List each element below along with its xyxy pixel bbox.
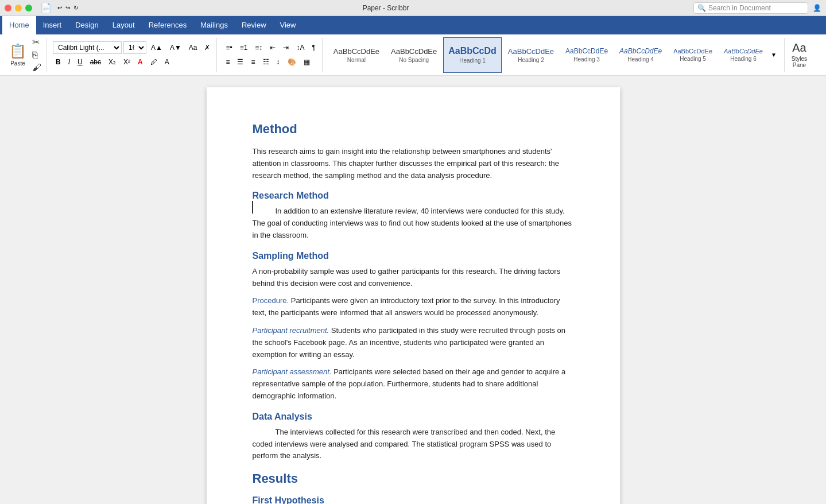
bullets-button[interactable]: ≡•: [223, 41, 235, 54]
maximize-button[interactable]: [25, 5, 32, 11]
first-hypothesis-heading: First Hypothesis: [253, 495, 574, 504]
style-normal[interactable]: AaBbCcDdEe Normal: [328, 37, 385, 73]
shading-button[interactable]: 🎨: [285, 56, 299, 68]
data-analysis-heading: Data Analysis: [253, 412, 574, 422]
sampling-method-section: Sampling Method A non-probability sample…: [253, 251, 574, 402]
undo-icon[interactable]: ↩: [57, 5, 62, 11]
minimize-button[interactable]: [15, 5, 22, 11]
cut-icon[interactable]: ✂: [30, 36, 43, 48]
tab-references[interactable]: References: [142, 16, 193, 34]
align-right-button[interactable]: ≡: [248, 56, 258, 68]
font-size-select[interactable]: 16: [123, 41, 146, 54]
increase-indent-button[interactable]: ⇥: [280, 41, 292, 54]
paragraph-section: ≡• ≡1 ≡↕ ⇤ ⇥ ↕A ¶ ≡ ☰ ≡ ☷ ↕ 🎨 ▦: [219, 38, 322, 72]
highlight-button[interactable]: 🖊: [148, 56, 160, 68]
sampling-method-body: A non-probability sample was used to gat…: [253, 266, 574, 290]
font-color2-button[interactable]: A: [162, 56, 172, 68]
search-bar[interactable]: 🔍 Search in Document: [693, 2, 808, 14]
font-section: Calibri Light (... 16 A▲ A▼ Aa ✗ B I U a…: [49, 38, 217, 72]
style-heading2[interactable]: AaBbCcDdEe Heading 2: [503, 37, 559, 73]
results-section: Results First Hypothesis The first hypot…: [253, 471, 574, 504]
assessment-label: Participant assessment.: [253, 367, 332, 376]
window-title: Paper - Scribbr: [78, 4, 693, 12]
user-icon[interactable]: 👤: [813, 4, 821, 12]
paste-icon: 📋: [9, 43, 26, 59]
tab-view[interactable]: View: [273, 16, 303, 34]
research-method-section: Research Method In addition to an extens…: [253, 191, 574, 241]
line-spacing-button[interactable]: ↕: [274, 56, 283, 68]
numbering-button[interactable]: ≡1: [237, 41, 251, 54]
title-bar: 📄 ↩ ↪ ↻ Paper - Scribbr 🔍 Search in Docu…: [0, 0, 826, 16]
styles-pane-icon: Aa: [792, 41, 806, 55]
recruitment-paragraph: Participant recruitment. Students who pa…: [253, 325, 574, 360]
data-analysis-body: The interviews collected for this resear…: [253, 427, 574, 462]
toolbar: 📋 Paste ✂ ⎘ 🖌 Calibri Light (... 16 A▲ A…: [0, 34, 826, 76]
subscript-button[interactable]: X₂: [106, 56, 119, 68]
underline-button[interactable]: U: [75, 56, 86, 68]
doc-icon: 📄: [40, 2, 52, 13]
tab-mailings[interactable]: Mailings: [193, 16, 235, 34]
styles-pane-button[interactable]: Aa Styles Pane: [789, 39, 809, 71]
autosave-icon[interactable]: ↻: [73, 5, 78, 11]
procedure-body: Participants were given an introductory …: [253, 296, 560, 317]
sampling-method-heading: Sampling Method: [253, 251, 574, 261]
justify-button[interactable]: ☷: [260, 56, 272, 68]
bold-button[interactable]: B: [53, 56, 64, 68]
research-method-body: In addition to an extensive literature r…: [253, 206, 574, 241]
assessment-paragraph: Participant assessment. Participants wer…: [253, 366, 574, 402]
ribbon-tabs: Home Insert Design Layout References Mai…: [0, 16, 826, 34]
style-heading4[interactable]: AaBbCcDdEe Heading 4: [614, 37, 667, 73]
paste-button[interactable]: 📋 Paste: [7, 41, 29, 69]
change-case-button[interactable]: Aa: [186, 41, 200, 54]
method-section: Method This research aims to gain insigh…: [253, 122, 574, 181]
procedure-paragraph: Procedure. Participants were given an in…: [253, 295, 574, 319]
style-heading6[interactable]: AaBbCcDdEe Heading 6: [719, 37, 768, 73]
method-heading: Method: [253, 122, 574, 137]
document-area[interactable]: Method This research aims to gain insigh…: [0, 76, 826, 504]
title-bar-right: 🔍 Search in Document 👤: [693, 2, 821, 14]
style-heading5[interactable]: AaBbCcDdEe Heading 5: [668, 37, 718, 73]
shrink-font-button[interactable]: A▼: [167, 41, 184, 54]
tab-design[interactable]: Design: [68, 16, 105, 34]
font-color-button[interactable]: A: [135, 56, 146, 68]
close-button[interactable]: [5, 5, 11, 11]
window-controls: 📄 ↩ ↪ ↻: [5, 2, 78, 13]
tab-home[interactable]: Home: [2, 16, 36, 34]
procedure-label: Procedure.: [253, 296, 289, 305]
clipboard-section: 📋 Paste ✂ ⎘ 🖌: [3, 38, 47, 72]
strikethrough-button[interactable]: abc: [87, 56, 104, 68]
format-painter-icon[interactable]: 🖌: [30, 62, 43, 73]
styles-pane-section: Aa Styles Pane: [784, 38, 813, 72]
align-center-button[interactable]: ☰: [234, 56, 246, 68]
borders-button[interactable]: ▦: [301, 56, 313, 68]
tab-review[interactable]: Review: [235, 16, 273, 34]
clipboard-sub: ✂ ⎘ 🖌: [30, 36, 43, 73]
styles-gallery: AaBbCcDdEe Normal AaBbCcDdEe No Spacing …: [325, 38, 782, 72]
copy-icon[interactable]: ⎘: [30, 49, 43, 61]
superscript-button[interactable]: X²: [121, 56, 133, 68]
grow-font-button[interactable]: A▲: [148, 41, 165, 54]
data-analysis-section: Data Analysis The interviews collected f…: [253, 412, 574, 462]
styles-more-button[interactable]: ▼: [769, 49, 778, 61]
multilevel-list-button[interactable]: ≡↕: [252, 41, 265, 54]
tab-layout[interactable]: Layout: [106, 16, 142, 34]
italic-button[interactable]: I: [65, 56, 73, 68]
tab-insert[interactable]: Insert: [36, 16, 69, 34]
style-heading3[interactable]: AaBbCcDdEe Heading 3: [560, 37, 613, 73]
redo-icon[interactable]: ↪: [65, 5, 70, 11]
sort-button[interactable]: ↕A: [293, 41, 307, 54]
document-page: Method This research aims to gain insigh…: [207, 87, 620, 504]
results-heading: Results: [253, 471, 574, 486]
align-left-button[interactable]: ≡: [223, 56, 232, 68]
decrease-indent-button[interactable]: ⇤: [267, 41, 278, 54]
search-icon: 🔍: [697, 4, 706, 12]
text-cursor: [252, 201, 253, 214]
clear-format-button[interactable]: ✗: [201, 41, 213, 54]
recruitment-label: Participant recruitment.: [253, 326, 329, 335]
style-nospace[interactable]: AaBbCcDdEe No Spacing: [386, 37, 442, 73]
font-name-select[interactable]: Calibri Light (...: [53, 41, 122, 54]
method-intro: This research aims to gain insight into …: [253, 146, 574, 181]
research-method-heading: Research Method: [253, 191, 574, 201]
style-heading1[interactable]: AaBbCcDd Heading 1: [443, 37, 502, 73]
show-formatting-button[interactable]: ¶: [309, 41, 318, 54]
